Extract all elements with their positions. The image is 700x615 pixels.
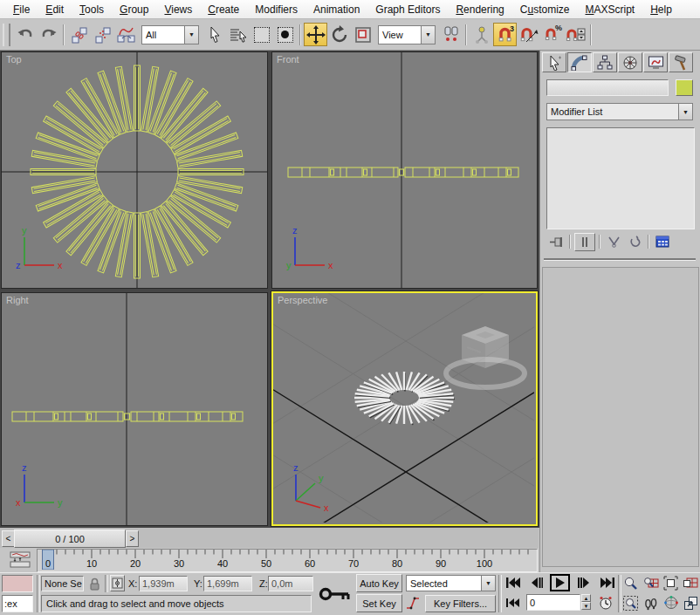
zoom-region-button[interactable] [621,594,640,612]
selection-lock-toggle[interactable] [88,577,101,591]
tab-create[interactable] [542,52,566,72]
spinner-snap-button[interactable] [564,23,587,46]
use-pivot-point-center-button[interactable] [439,23,463,46]
select-and-rotate-button[interactable] [327,23,351,46]
tab-motion[interactable] [618,52,642,72]
set-keys-button[interactable] [316,574,354,613]
percent-snap-button[interactable]: % [540,23,564,46]
previous-frame-button[interactable] [526,574,546,591]
top-viewport-canvas[interactable]: yxz [2,52,267,288]
snaps-toggle-button[interactable]: 3 [493,23,517,46]
menu-item-customize[interactable]: Customize [512,1,578,18]
tab-display[interactable] [643,52,668,72]
modifier-list-dropdown[interactable]: Modifier List ▼ [546,103,693,120]
zoom-extents-button[interactable] [662,574,680,591]
x-coordinate-input[interactable] [139,576,188,591]
menu-item-views[interactable]: Views [156,1,200,18]
select-and-move-button[interactable] [304,23,327,46]
maxscript-mini-listener[interactable]: :ex [2,595,33,612]
go-to-end-button[interactable] [597,574,617,591]
viewport-right[interactable]: zyx Right [1,292,268,526]
time-slider-prev-button[interactable]: < [2,530,15,547]
menu-item-file[interactable]: File [5,1,38,18]
make-unique-button[interactable] [604,234,623,250]
z-coordinate-input[interactable] [268,576,313,591]
set-key-button[interactable]: Set Key [356,594,402,612]
auto-key-button[interactable]: Auto Key [356,574,402,592]
time-slider-next-button[interactable]: > [126,530,139,547]
time-slider-button[interactable]: 0 / 100 [14,530,126,548]
zoom-all-button[interactable] [642,574,660,591]
time-configuration-button[interactable] [596,594,614,612]
current-frame-input[interactable] [526,594,580,611]
redo-button[interactable] [37,23,60,46]
select-and-link-button[interactable] [67,23,91,46]
menu-item-create[interactable]: Create [200,1,247,18]
pin-stack-button[interactable] [546,234,566,250]
menu-item-tools[interactable]: Tools [72,1,112,18]
key-mode-dropdown[interactable]: Selected ▼ [406,575,496,591]
select-and-scale-button[interactable] [351,23,374,46]
viewport-front-label[interactable]: Front [277,54,299,65]
zoom-button[interactable] [621,574,640,591]
open-mini-curve-editor-button[interactable] [10,551,31,568]
viewport-top-label[interactable]: Top [6,54,22,65]
maximize-viewport-toggle-button[interactable] [682,594,699,612]
time-ruler[interactable]: 0102030405060708090100 [37,549,538,572]
default-in-out-tangents-button[interactable] [405,595,422,612]
stack-tools-separator [599,235,600,249]
toolbar-drag-handle[interactable] [3,24,10,46]
menu-item-group[interactable]: Group [112,1,156,18]
arc-rotate-button[interactable] [662,594,680,612]
right-viewport-canvas[interactable]: zyx [2,293,267,525]
frame-spinner[interactable]: ▲ ▼ [581,594,591,611]
tab-utilities[interactable] [669,52,693,72]
play-animation-button[interactable] [550,574,570,591]
menu-item-edit[interactable]: Edit [38,1,72,18]
key-filters-button[interactable]: Key Filters... [425,595,496,612]
menu-item-help[interactable]: Help [642,1,680,18]
viewport-perspective[interactable]: zyx Perspective [271,291,538,526]
remove-modifier-button[interactable] [625,234,644,250]
show-end-result-button[interactable] [574,233,595,251]
absolute-mode-toggle[interactable] [110,575,125,591]
y-coordinate-input[interactable] [203,576,252,591]
viewport-top[interactable]: yxz Top [1,51,268,289]
pan-view-button[interactable] [642,594,660,612]
viewport-front[interactable]: zxy Front [271,51,538,289]
go-to-start-button[interactable] [503,574,523,591]
zoom-extents-all-button[interactable] [682,574,699,591]
menu-item-modifiers[interactable]: Modifiers [247,1,305,18]
configure-modifier-sets-button[interactable] [653,234,672,250]
spinner-up-icon[interactable]: ▲ [581,594,591,602]
next-frame-button[interactable] [573,574,594,591]
tab-hierarchy[interactable] [593,52,617,72]
selection-filter-dropdown[interactable]: All ▼ [141,25,199,44]
rectangular-selection-region-button[interactable] [250,23,273,46]
object-name-input[interactable] [546,79,669,96]
select-by-name-button[interactable] [226,23,250,46]
window-crossing-button[interactable] [273,23,297,46]
key-mode-toggle-button[interactable] [503,594,523,612]
perspective-viewport-canvas[interactable]: zyx [273,293,534,523]
statusbar-splitter[interactable] [37,575,40,612]
object-color-swatch[interactable] [676,79,693,96]
angle-snap-button[interactable] [517,23,540,46]
reference-coordinate-dropdown[interactable]: View ▼ [378,25,436,44]
tab-modify[interactable] [567,52,592,72]
viewport-perspective-label[interactable]: Perspective [278,295,327,305]
front-viewport-canvas[interactable]: zxy [272,52,537,288]
select-object-button[interactable] [202,23,226,46]
menu-item-graph-editors[interactable]: Graph Editors [367,1,448,18]
bind-to-space-warp-button[interactable] [114,23,138,46]
macro-recorder-field[interactable] [2,575,33,592]
menu-item-maxscript[interactable]: MAXScript [578,1,643,18]
viewport-right-label[interactable]: Right [6,295,29,305]
menu-item-animation[interactable]: Animation [305,1,367,18]
unlink-selection-button[interactable] [91,23,114,46]
spinner-down-icon[interactable]: ▼ [581,602,591,610]
menu-item-rendering[interactable]: Rendering [448,1,511,18]
modifier-stack-list[interactable] [546,127,695,229]
select-and-manipulate-button[interactable] [470,23,493,46]
undo-button[interactable] [13,23,37,46]
